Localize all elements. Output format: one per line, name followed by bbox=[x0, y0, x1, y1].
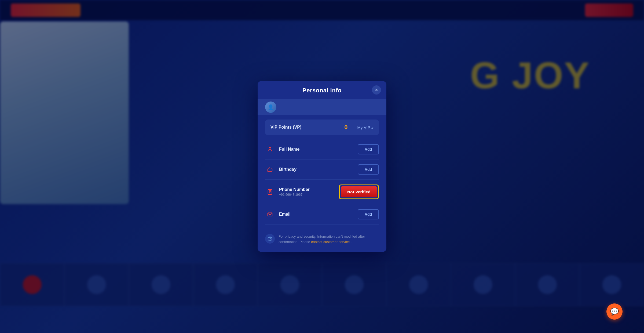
phone-label: Phone Number bbox=[279, 187, 335, 192]
birthday-icon bbox=[265, 165, 275, 174]
modal-body: 👤 VIP Points (VP) 0 My VIP » Full Name bbox=[258, 99, 386, 252]
modal-title: Personal Info bbox=[302, 87, 342, 94]
svg-point-4 bbox=[270, 240, 270, 240]
avatar: 👤 bbox=[265, 102, 276, 113]
phone-content: Phone Number +91 96643 1967 bbox=[279, 187, 335, 197]
personal-info-modal: Personal Info × 👤 VIP Points (VP) 0 My V… bbox=[258, 81, 386, 252]
chat-bubble-button[interactable]: 💬 bbox=[606, 303, 623, 320]
birthday-add-button[interactable]: Add bbox=[358, 164, 379, 175]
email-label: Email bbox=[279, 212, 353, 217]
email-add-button[interactable]: Add bbox=[358, 209, 379, 219]
phone-number-value: +91 96643 1967 bbox=[279, 193, 335, 197]
email-content: Email bbox=[279, 212, 353, 217]
full-name-row: Full Name Add bbox=[265, 139, 379, 160]
chat-icon: 💬 bbox=[610, 307, 619, 316]
modal-backdrop: Personal Info × 👤 VIP Points (VP) 0 My V… bbox=[0, 0, 644, 333]
profile-section: 👤 bbox=[258, 99, 386, 115]
birthday-label: Birthday bbox=[279, 167, 353, 172]
phone-icon bbox=[265, 187, 275, 197]
close-button[interactable]: × bbox=[372, 85, 381, 95]
footer-note: For privacy and security, Information ca… bbox=[265, 230, 379, 244]
svg-rect-1 bbox=[268, 169, 272, 172]
email-icon bbox=[265, 209, 275, 219]
full-name-label: Full Name bbox=[279, 147, 353, 152]
email-row: Email Add bbox=[265, 204, 379, 225]
vip-label: VIP Points (VP) bbox=[270, 125, 341, 130]
vip-row: VIP Points (VP) 0 My VIP » bbox=[265, 120, 379, 135]
support-icon bbox=[265, 234, 275, 244]
svg-rect-2 bbox=[268, 213, 272, 216]
full-name-content: Full Name bbox=[279, 147, 353, 152]
birthday-row: Birthday Add bbox=[265, 160, 379, 180]
full-name-add-button[interactable]: Add bbox=[358, 144, 379, 154]
not-verified-wrapper: Not Verified bbox=[339, 184, 379, 199]
svg-point-0 bbox=[269, 147, 271, 149]
user-icon bbox=[265, 144, 275, 154]
customer-service-link[interactable]: contact customer service bbox=[311, 240, 350, 244]
modal-header: Personal Info × bbox=[258, 81, 386, 99]
not-verified-button[interactable]: Not Verified bbox=[341, 186, 377, 197]
vip-points: 0 bbox=[344, 124, 347, 131]
my-vip-link[interactable]: My VIP » bbox=[357, 125, 374, 130]
footer-text: For privacy and security, Information ca… bbox=[279, 234, 379, 244]
phone-row: Phone Number +91 96643 1967 Not Verified bbox=[265, 180, 379, 204]
birthday-content: Birthday bbox=[279, 167, 353, 172]
